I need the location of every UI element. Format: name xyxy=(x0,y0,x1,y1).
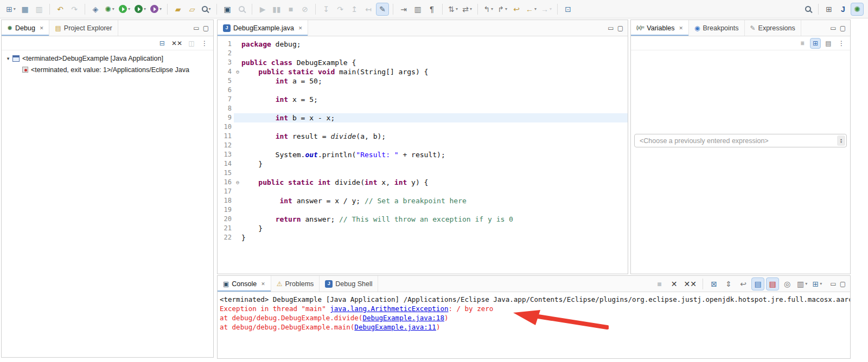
line-number[interactable]: 17 xyxy=(218,187,234,196)
line-number[interactable]: 2 xyxy=(218,49,234,58)
code-line[interactable]: 22} xyxy=(218,233,628,242)
open-console-view-button[interactable]: ▣ xyxy=(221,3,234,16)
line-number[interactable]: 1 xyxy=(218,40,234,49)
code-editor[interactable]: 1package debug;23public class DebugExamp… xyxy=(218,36,628,242)
code-line[interactable]: 21 } xyxy=(218,224,628,233)
view-tab-expressions[interactable]: ✎Expressions xyxy=(745,20,801,36)
line-number[interactable]: 6 xyxy=(218,86,234,95)
close-icon[interactable]: ✕ xyxy=(298,25,303,31)
expression-history-combo[interactable]: <Choose a previously entered expression>… xyxy=(634,134,847,147)
show-type-names-toggle[interactable]: ≡ xyxy=(797,38,808,49)
line-number[interactable]: 8 xyxy=(218,104,234,113)
code-line[interactable]: 18 int answer = x / y; // Set a breakpoi… xyxy=(218,196,628,205)
minimize-button[interactable]: ▭ xyxy=(830,24,836,32)
view-tab-problems[interactable]: ⚠Problems xyxy=(271,276,320,292)
debug-perspective-button[interactable]: ✺ xyxy=(851,3,864,16)
profile-button[interactable]: ▾ xyxy=(149,3,163,16)
code-line[interactable]: 17 xyxy=(218,187,628,196)
line-number[interactable]: 18 xyxy=(218,196,234,205)
save-button[interactable]: ▦ xyxy=(18,3,31,16)
minimize-button[interactable]: ▭ xyxy=(193,24,199,32)
line-number[interactable]: 12 xyxy=(218,141,234,150)
close-icon[interactable]: ✕ xyxy=(261,281,265,287)
line-number[interactable]: 14 xyxy=(218,159,234,169)
remove-all-terminated-button[interactable]: ✕✕ xyxy=(170,38,184,49)
word-wrap-toggle[interactable]: ↩ xyxy=(737,277,750,290)
detail-pane-button[interactable]: ▤ xyxy=(823,38,834,49)
show-source-button[interactable]: ▥ xyxy=(411,3,424,16)
line-number[interactable]: 3 xyxy=(218,58,234,67)
maximize-button[interactable]: ▢ xyxy=(617,24,623,32)
debug-button[interactable]: ✺▾ xyxy=(103,3,116,16)
search-button[interactable] xyxy=(801,3,814,16)
tree-item[interactable]: ▾<terminated>DebugExample [Java Applicat… xyxy=(2,53,213,64)
line-number[interactable]: 19 xyxy=(218,205,234,215)
code-line[interactable]: 3public class DebugExample { xyxy=(218,58,628,67)
clear-console-button[interactable]: ⊠ xyxy=(707,277,720,290)
code-line[interactable]: 10 xyxy=(218,122,628,132)
scroll-lock-toggle[interactable]: ⇕ xyxy=(722,277,735,290)
editor-tab-debugexample-java[interactable]: JDebugExample.java✕ xyxy=(218,20,308,36)
code-line[interactable]: 2 xyxy=(218,49,628,58)
sort-button[interactable]: ⇅▾ xyxy=(446,3,459,16)
code-line[interactable]: 1package debug; xyxy=(218,40,628,49)
code-line[interactable]: 8 xyxy=(218,104,628,113)
code-line[interactable]: 5 int a = 50; xyxy=(218,76,628,86)
code-line[interactable]: 20 return answer; // This will throw an … xyxy=(218,215,628,224)
line-number[interactable]: 4 xyxy=(218,67,234,76)
maximize-button[interactable]: ▢ xyxy=(840,24,846,32)
view-tab-debug[interactable]: ✹Debug✕ xyxy=(2,20,49,36)
close-icon[interactable]: ✕ xyxy=(679,25,683,31)
run-button[interactable]: ▾ xyxy=(117,3,132,16)
coverage-button[interactable]: ▾ xyxy=(133,3,148,16)
close-icon[interactable]: ✕ xyxy=(40,25,44,31)
show-stderr-toggle[interactable]: ▤ xyxy=(766,277,779,290)
line-number[interactable]: 9 xyxy=(218,113,234,122)
line-number[interactable]: 20 xyxy=(218,215,234,224)
java-perspective-button[interactable]: J xyxy=(837,3,850,16)
external-search-button[interactable]: ▾ xyxy=(200,3,213,16)
previous-annotation-button[interactable]: ↰▾ xyxy=(482,3,495,16)
view-menu-button[interactable]: ⋮ xyxy=(199,38,210,49)
view-tab-breakpoints[interactable]: ◉Breakpoints xyxy=(689,20,745,36)
line-number[interactable]: 13 xyxy=(218,150,234,159)
open-perspective-button[interactable]: ⊞ xyxy=(822,3,835,16)
use-step-filters-toggle[interactable]: ✎ xyxy=(376,3,389,16)
code-line[interactable]: 13 System.out.println("Result: " + resul… xyxy=(218,150,628,159)
remove-all-launches-button[interactable]: ✕✕ xyxy=(682,277,698,290)
code-line[interactable]: 7 int x = 5; xyxy=(218,95,628,104)
open-console-button[interactable]: ⊞▾ xyxy=(810,277,824,290)
line-number[interactable]: 15 xyxy=(218,169,234,178)
expander-icon[interactable]: ▾ xyxy=(4,56,12,61)
line-number[interactable]: 22 xyxy=(218,233,234,242)
code-line[interactable]: 6 xyxy=(218,86,628,95)
open-resource-button[interactable]: ▰ xyxy=(171,3,184,16)
code-line[interactable]: 15 xyxy=(218,169,628,178)
tree-item[interactable]: <terminated, exit value: 1>/Applications… xyxy=(2,64,213,75)
view-tab-console[interactable]: ▣Console✕ xyxy=(218,276,271,292)
line-number[interactable]: 10 xyxy=(218,122,234,132)
maximize-button[interactable]: ▢ xyxy=(203,24,209,32)
line-number[interactable]: 21 xyxy=(218,224,234,233)
undo-button[interactable]: ↶ xyxy=(54,3,67,16)
console-link[interactable]: DebugExample.java:11 xyxy=(354,323,436,331)
view-tab-variables[interactable]: (x)=Variables✕ xyxy=(631,20,689,36)
combo-stepper-icon[interactable]: ▴ ▾ xyxy=(837,135,845,146)
view-menu-button[interactable]: ⋮ xyxy=(836,38,847,49)
show-logical-structures-toggle[interactable]: ⊞ xyxy=(810,38,821,49)
remove-launch-button[interactable]: ✕ xyxy=(668,277,681,290)
console-link[interactable]: java.lang.ArithmeticException xyxy=(330,305,448,313)
last-edit-location-button[interactable]: ↩ xyxy=(510,3,523,16)
minimize-button[interactable]: ▭ xyxy=(830,280,836,288)
line-number[interactable]: 7 xyxy=(218,95,234,104)
view-tab-project-explorer[interactable]: ▤Project Explorer xyxy=(49,20,118,36)
code-line[interactable]: 14 } xyxy=(218,159,628,169)
code-line[interactable]: 4⊖ public static void main(String[] args… xyxy=(218,67,628,76)
line-number[interactable]: 11 xyxy=(218,132,234,141)
code-line[interactable]: 11 int result = divide(a, b); xyxy=(218,132,628,141)
code-line[interactable]: 19 xyxy=(218,205,628,215)
line-number[interactable]: 16 xyxy=(218,178,234,187)
console-link[interactable]: DebugExample.java:18 xyxy=(362,314,444,322)
display-console-button[interactable]: ▥▾ xyxy=(795,277,809,290)
next-annotation-button[interactable]: ↱▾ xyxy=(496,3,509,16)
